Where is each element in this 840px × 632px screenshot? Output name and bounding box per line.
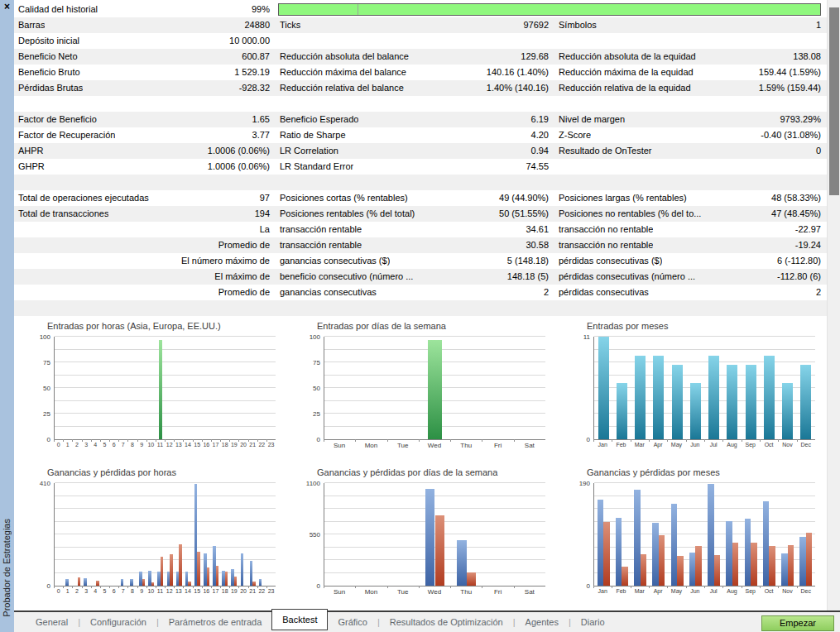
- x-axis-label: 12: [165, 442, 174, 448]
- bar-entradas-Apr: [653, 356, 664, 439]
- table-row[interactable]: Factor de Beneficio1.65Beneficio Esperad…: [14, 112, 827, 127]
- vertical-scrollbar[interactable]: [827, 0, 840, 610]
- bar-perdidas-Jan: [603, 522, 610, 586]
- x-axis-label: 0: [54, 588, 63, 594]
- stat-label: [554, 300, 559, 316]
- table-row[interactable]: Beneficio Neto600.87Reducción absoluta d…: [14, 49, 827, 65]
- bar-perdidas-15: [197, 552, 200, 586]
- bar-entradas-Mar: [635, 356, 646, 439]
- x-axis-label: 18: [220, 588, 229, 594]
- tab-diario[interactable]: Diario: [571, 612, 615, 632]
- table-row[interactable]: Promedio detransacción rentable30.58tran…: [14, 237, 827, 253]
- x-axis-label: 1: [63, 442, 72, 448]
- stat-value: 2: [544, 285, 554, 300]
- y-axis-label: 0: [47, 582, 50, 590]
- table-row[interactable]: Pérdidas Brutas-928.32Reducción relativa…: [14, 80, 827, 96]
- bar-ganancias-Wed: [425, 489, 434, 586]
- x-axis-label: Thu: [450, 442, 482, 449]
- table-row[interactable]: Barras24880Ticks97692Símbolos1: [14, 17, 827, 33]
- tab-gr-fico[interactable]: Gráfico: [328, 612, 377, 632]
- x-axis-label: 7: [118, 588, 127, 594]
- table-row[interactable]: Calidad del historial99%: [14, 2, 827, 17]
- bar-perdidas-9: [142, 579, 146, 586]
- bar-ganancias-Oct: [763, 501, 770, 586]
- y-axis-label: 1100: [306, 480, 320, 487]
- stat-value: -112.80 (6): [777, 269, 827, 285]
- stat-label: [14, 222, 18, 237]
- y-axis-label: 25: [43, 410, 50, 418]
- tab-configuraci-n[interactable]: Configuración: [80, 612, 156, 632]
- x-axis-label: Thu: [450, 588, 482, 596]
- table-row[interactable]: AHPR1.0006 (0.06%)LR Correlation0.94Resu…: [14, 143, 827, 159]
- stat-label: [14, 96, 18, 112]
- stat-value: 138.08: [793, 49, 827, 65]
- gridline: [55, 482, 276, 483]
- stat-value: [821, 96, 827, 112]
- tab-resultados-de-optimizaci-n[interactable]: Resultados de Optimización: [380, 612, 513, 632]
- table-row[interactable]: Beneficio Bruto1 529.19Reducción máxima …: [14, 65, 827, 80]
- stat-label: pérdidas consecutivas (número ...: [554, 269, 695, 285]
- tab-general[interactable]: General: [26, 612, 78, 632]
- x-axis-label: 20: [238, 442, 247, 448]
- bar-perdidas-Jun: [695, 546, 702, 586]
- table-row[interactable]: [14, 96, 827, 112]
- x-axis-label: 5: [100, 442, 109, 448]
- bar-ganancias-Aug: [726, 521, 732, 586]
- bar-perdidas-May: [677, 556, 684, 586]
- stat-value: 1.0006 (0.06%): [208, 159, 276, 175]
- bar-perdidas-Oct: [769, 546, 775, 586]
- stat-label: [14, 269, 18, 285]
- chart-plot-area: 0410: [54, 483, 276, 587]
- stat-value: 0.94: [531, 143, 554, 159]
- stat-value: 600.87: [242, 49, 276, 65]
- scrollbar-thumb[interactable]: [829, 7, 839, 195]
- tab-agentes[interactable]: Agentes: [516, 612, 569, 632]
- tab-par-metros-de-entrada[interactable]: Parámetros de entrada: [159, 612, 272, 632]
- x-axis-label: 16: [202, 588, 211, 594]
- x-axis-label: 21: [248, 442, 257, 448]
- stat-label: Ticks: [276, 17, 300, 33]
- x-axis-label: Sep: [742, 588, 760, 594]
- chart-plot-area: 0255075100: [324, 337, 545, 440]
- x-axis-label: 11: [156, 588, 165, 594]
- table-row[interactable]: El máximo debeneficio consecutivo (númer…: [14, 269, 827, 285]
- table-row[interactable]: Factor de Recuperación3.77Ratio de Sharp…: [14, 127, 827, 143]
- bar-ganancias-Jan: [598, 500, 604, 586]
- table-row[interactable]: GHPR1.0006 (0.06%)LR Standard Error74.55: [14, 159, 827, 175]
- stat-value: 3.77: [252, 127, 276, 143]
- x-axis-label: Jun: [686, 588, 704, 594]
- table-row[interactable]: Total de transacciones194Posiciones rent…: [14, 206, 827, 222]
- close-icon[interactable]: ×: [1, 1, 13, 13]
- stat-value: 4.20: [531, 127, 554, 143]
- stat-label: Total de operaciones ejecutadas: [14, 190, 149, 206]
- y-axis-label: 0: [587, 582, 590, 590]
- x-axis-label: 10: [146, 588, 156, 594]
- table-row[interactable]: Latransacción rentable34.61transacción n…: [14, 222, 827, 237]
- start-button[interactable]: Empezar: [761, 615, 834, 631]
- tab-backtest[interactable]: Backtest: [271, 609, 328, 630]
- bar-ganancias-1: [65, 579, 69, 586]
- stats-table: Calidad del historial99%Barras24880Ticks…: [14, 0, 827, 316]
- table-row[interactable]: [14, 300, 827, 316]
- x-axis-label: Fri: [482, 588, 513, 596]
- x-axis-labels: SunMonTueWedThuFriSat: [324, 440, 545, 449]
- table-row[interactable]: El número máximo deganancias consecutiva…: [14, 253, 827, 269]
- table-row[interactable]: [14, 175, 827, 190]
- bar-entradas-Sep: [746, 365, 756, 439]
- table-row[interactable]: Depósito inicial10 000.00: [14, 33, 827, 49]
- table-row[interactable]: Total de operaciones ejecutadas97Posicio…: [14, 190, 827, 206]
- x-axis-label: Oct: [760, 588, 778, 594]
- x-axis-label: Tue: [387, 442, 419, 449]
- stat-label: [554, 96, 559, 112]
- stat-value: [821, 159, 827, 175]
- stat-label: [554, 33, 559, 49]
- table-row[interactable]: Promedio deganancias consecutivas2pérdid…: [14, 285, 827, 300]
- bar-perdidas-17: [216, 566, 219, 586]
- stat-value: [821, 175, 827, 190]
- stat-value: 194: [255, 206, 276, 222]
- bar-ganancias-7: [121, 579, 124, 586]
- x-axis-label: 22: [257, 588, 266, 594]
- stat-label: [276, 96, 280, 112]
- stat-label: GHPR: [14, 159, 45, 175]
- stat-label: [14, 175, 18, 190]
